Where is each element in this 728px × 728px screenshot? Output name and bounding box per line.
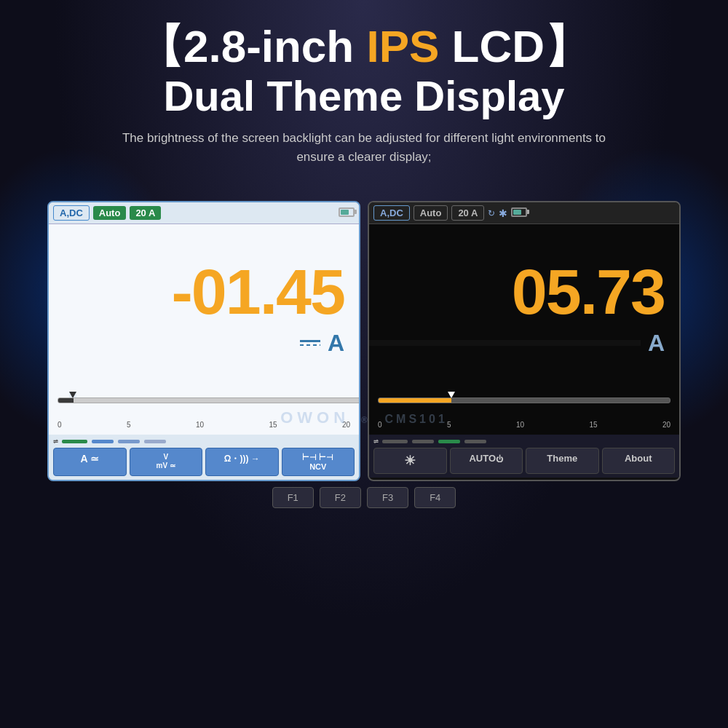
dark-reading-area: 05.73 A: [369, 224, 679, 384]
bluetooth-icon: ✱: [499, 207, 507, 219]
auto-label: AUTO: [469, 453, 496, 464]
dark-current-badge: 20 A: [451, 205, 484, 221]
dark-dot-3: [438, 440, 460, 443]
dark-mode-badge: A,DC: [373, 205, 410, 221]
dark-dot-4: [464, 440, 486, 443]
light-main-value: -01.45: [63, 260, 344, 324]
ips-text: IPS: [366, 21, 439, 71]
fn-button-f3[interactable]: F3: [367, 487, 408, 508]
light-range-badge: Auto: [93, 206, 127, 220]
model-name: CMS101: [385, 413, 448, 425]
light-unit-label: A: [328, 330, 344, 357]
light-battery: [339, 207, 355, 220]
light-theme-screen: A,DC Auto 20 A -01.45 A: [47, 201, 360, 481]
dot-3: [118, 440, 140, 443]
light-nav-dots: [62, 440, 166, 443]
dark-nav-indicator: ⇌: [373, 438, 379, 445]
dark-btn-theme[interactable]: Theme: [526, 448, 599, 474]
light-btn-vmv[interactable]: VmV ≃: [130, 448, 203, 476]
dark-btn-brightness[interactable]: ☀: [373, 448, 447, 474]
dot-4: [144, 440, 166, 443]
dark-bottom-nav: ⇌ ☀ AUTO⏻: [369, 435, 679, 478]
dark-tick-15: 15: [589, 421, 597, 429]
brand-name: OWON: [280, 408, 349, 427]
brand-registered: ®: [361, 415, 371, 425]
dark-unit-row: A: [368, 330, 665, 357]
fn-button-f2[interactable]: F2: [320, 487, 361, 508]
brightness-icon-symbol: ☀: [404, 454, 416, 468]
dark-btn-auto[interactable]: AUTO⏻: [450, 448, 523, 474]
about-label: About: [625, 453, 652, 464]
nav-arrows: ⇌: [53, 438, 58, 445]
dark-screen-header: A,DC Auto 20 A ↻ ✱: [369, 202, 679, 224]
dark-unit-label: A: [648, 330, 665, 357]
dot-2: [92, 440, 114, 443]
dark-nav-dots: [382, 440, 486, 443]
dc-solid-line: [300, 340, 320, 342]
tick-5: 5: [127, 421, 131, 429]
brand-watermark: OWON ® CMS101: [280, 405, 448, 428]
light-nav-row1: ⇌: [53, 438, 355, 445]
dark-theme-screen: A,DC Auto 20 A ↻ ✱ 05.73: [368, 201, 681, 481]
dot-1: [62, 440, 87, 443]
light-mode-badge: A,DC: [53, 205, 90, 221]
dark-nav-row1: ⇌: [373, 438, 675, 445]
title-line1: 【2.8-inch IPS LCD】: [138, 22, 590, 71]
fn-button-f4[interactable]: F4: [414, 487, 456, 508]
light-bottom-nav: ⇌ A ≃ VmV ≃ Ω・))) → ⊢⊣ ⊢⊣NCV: [49, 435, 359, 480]
tick-15: 15: [269, 421, 277, 429]
light-btn-ncv[interactable]: ⊢⊣ ⊢⊣NCV: [282, 448, 355, 476]
light-btn-a[interactable]: A ≃: [53, 448, 127, 476]
dark-battery-fill: [513, 210, 521, 215]
battery-icon: [339, 207, 355, 217]
tick-10: 10: [196, 421, 204, 429]
dark-dc-symbol: [368, 340, 641, 346]
dark-nav-arrows: ⇌: [373, 438, 379, 445]
dark-dot-1: [382, 440, 408, 443]
dark-tick-20: 20: [662, 421, 670, 429]
screens-wrapper: A,DC Auto 20 A -01.45 A: [47, 201, 681, 481]
dark-nav-buttons: ☀ AUTO⏻ Theme About: [373, 448, 675, 474]
main-content: 【2.8-inch IPS LCD】 Dual Theme Display Th…: [0, 0, 728, 508]
light-unit-row: A: [300, 330, 344, 357]
light-dc-symbol: [300, 340, 320, 346]
dark-btn-about[interactable]: About: [602, 448, 676, 474]
dark-battery: [511, 207, 527, 220]
light-nav-indicator: ⇌: [53, 438, 58, 445]
battery-fill: [341, 210, 349, 215]
bracket-open: 【2.8-inch: [138, 21, 367, 71]
dark-battery-icon: [511, 207, 527, 217]
light-reading-area: -01.45 A: [49, 224, 359, 384]
light-current-badge: 20 A: [130, 206, 161, 220]
function-buttons-row: F1 F2 F3 F4: [272, 481, 456, 508]
dark-range-badge: Auto: [414, 205, 448, 221]
subtitle-text: The brightness of the screen backlight c…: [109, 129, 619, 166]
fn-button-f1[interactable]: F1: [272, 487, 314, 508]
lcd-text: LCD】: [439, 21, 590, 71]
dc-dashed-line: [300, 344, 320, 346]
power-symbol: ⏻: [496, 455, 503, 463]
dark-tick-10: 10: [516, 421, 524, 429]
tick-0: 0: [58, 421, 62, 429]
theme-label: Theme: [547, 453, 577, 464]
light-btn-omega[interactable]: Ω・))) →: [205, 448, 279, 476]
dark-scale-track: [378, 397, 670, 403]
dark-main-value: 05.73: [384, 260, 665, 324]
light-screen-header: A,DC Auto 20 A: [49, 202, 359, 224]
title-line2: Dual Theme Display: [163, 71, 564, 120]
light-nav-buttons: A ≃ VmV ≃ Ω・))) → ⊢⊣ ⊢⊣NCV: [53, 448, 355, 476]
light-scale-track: [58, 397, 360, 403]
refresh-icon: ↻: [488, 208, 495, 218]
dark-dot-2: [412, 440, 434, 443]
